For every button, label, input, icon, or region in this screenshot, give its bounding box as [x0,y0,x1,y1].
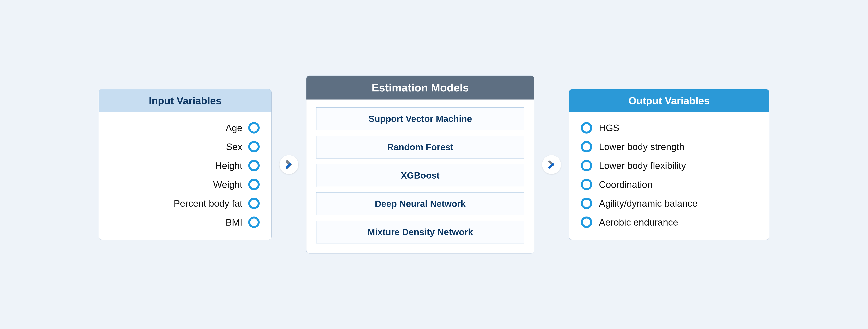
circle-icon [581,216,592,228]
output-variables-panel: Output Variables HGS Lower body strength… [569,89,769,240]
model-item: Support Vector Machine [316,108,524,130]
estimation-models-panel: Estimation Models Support Vector Machine… [306,76,534,253]
input-panel-body: Age Sex Height Weight Percent body fat B… [99,112,272,240]
circle-icon [581,141,592,152]
output-item: Lower body flexibility [581,160,759,171]
output-item-label: Aerobic endurance [599,217,678,228]
output-panel-body: HGS Lower body strength Lower body flexi… [569,112,769,240]
output-item-label: HGS [599,122,619,133]
input-item-label: Age [226,122,242,133]
output-item: Coordination [581,179,759,190]
circle-icon [581,122,592,133]
input-item: Sex [107,141,260,152]
input-item: Age [107,122,260,133]
model-item: Mixture Density Network [316,221,524,243]
circle-icon [581,198,592,209]
input-item: Height [107,160,260,171]
circle-icon [248,216,260,228]
output-item: Agility/dynamic balance [581,198,759,209]
input-item-label: Percent body fat [174,198,242,209]
input-item-label: Sex [226,141,242,152]
input-item-label: Weight [213,179,242,190]
input-item: BMI [107,216,260,228]
input-item: Percent body fat [107,198,260,209]
input-item: Weight [107,179,260,190]
model-item: XGBoost [316,164,524,187]
models-panel-body: Support Vector Machine Random Forest XGB… [306,99,534,253]
model-item: Deep Neural Network [316,192,524,215]
circle-icon [248,160,260,171]
input-item-label: Height [215,160,242,171]
input-item-label: BMI [226,217,242,228]
output-panel-title: Output Variables [569,89,769,112]
output-item: Aerobic endurance [581,216,759,228]
circle-icon [581,160,592,171]
circle-icon [248,179,260,190]
output-item-label: Lower body flexibility [599,160,686,171]
chevron-right-icon [284,159,294,170]
circle-icon [248,141,260,152]
arrow-connector [280,155,299,174]
arrow-connector [542,155,561,174]
output-item: Lower body strength [581,141,759,152]
output-item-label: Agility/dynamic balance [599,198,698,209]
chevron-right-icon [547,159,557,170]
input-panel-title: Input Variables [99,89,272,112]
output-item-label: Lower body strength [599,141,684,152]
model-item: Random Forest [316,136,524,158]
input-variables-panel: Input Variables Age Sex Height Weight Pe… [99,89,272,240]
circle-icon [248,122,260,133]
output-item-label: Coordination [599,179,652,190]
output-item: HGS [581,122,759,133]
models-panel-title: Estimation Models [306,76,534,99]
circle-icon [581,179,592,190]
circle-icon [248,198,260,209]
